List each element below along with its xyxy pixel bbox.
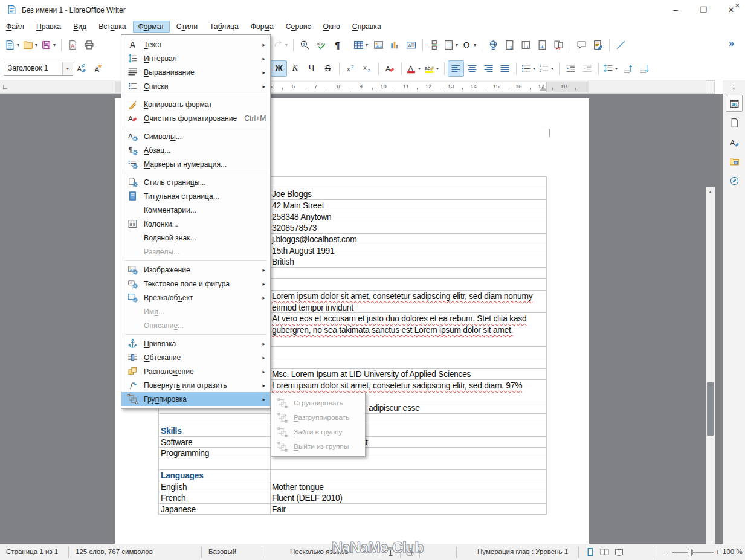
increase-para-spacing-button[interactable] bbox=[620, 60, 636, 77]
underline-button[interactable]: Ч bbox=[303, 60, 320, 77]
subscript-button[interactable]: x2 bbox=[359, 60, 375, 77]
close-button[interactable]: ✕ bbox=[717, 0, 745, 20]
close-document-icon[interactable]: ✕ bbox=[735, 2, 740, 10]
chevron-down-icon[interactable]: ▾ bbox=[33, 42, 39, 48]
menu-item-watermark[interactable]: Водяной знак... bbox=[121, 231, 270, 245]
chevron-down-icon[interactable]: ▾ bbox=[62, 62, 73, 75]
insert-chart-button[interactable] bbox=[387, 37, 403, 53]
menu-item-lists[interactable]: Списки▸ bbox=[121, 79, 270, 93]
highlight-color-button[interactable]: ab▾ bbox=[423, 60, 441, 77]
menu-item-obj-name[interactable]: Имя... bbox=[121, 304, 270, 318]
print-button[interactable] bbox=[81, 37, 97, 53]
spellcheck-button[interactable]: abc bbox=[313, 37, 329, 53]
decrease-indent-button[interactable] bbox=[579, 60, 595, 77]
new-style-button[interactable]: A bbox=[89, 60, 106, 77]
multi-page-view-icon[interactable] bbox=[599, 547, 610, 558]
special-character-button[interactable]: Ω▾ bbox=[460, 37, 479, 53]
align-left-button[interactable] bbox=[448, 60, 464, 77]
paragraph-style-combo[interactable]: Заголовок 1 ▾ bbox=[4, 62, 73, 76]
menu-item-obj-description[interactable]: Описание... bbox=[121, 318, 270, 332]
sidebar-menu-icon[interactable]: ⋮ bbox=[723, 84, 745, 92]
book-view-icon[interactable] bbox=[614, 547, 625, 558]
scrollbar-thumb[interactable] bbox=[707, 382, 714, 436]
sidebar-navigator[interactable] bbox=[726, 172, 743, 189]
submenu-item-exit-group[interactable]: Выйти из группы bbox=[271, 439, 365, 454]
horizontal-ruler[interactable]: ∟ 56789101112131415161718 bbox=[0, 80, 706, 94]
sidebar-gallery[interactable] bbox=[726, 153, 743, 170]
zoom-slider-track[interactable] bbox=[672, 552, 714, 553]
menu-item-clear-direct-formatting[interactable]: AОчистить форматированиеCtrl+M bbox=[121, 111, 270, 125]
chevron-down-icon[interactable]: ▾ bbox=[549, 66, 555, 71]
menu-item-page-style[interactable]: Стиль страницы... bbox=[121, 175, 270, 189]
bold-button[interactable]: Ж bbox=[271, 60, 287, 77]
comment-button[interactable] bbox=[573, 37, 590, 53]
formatting-marks-button[interactable]: ¶ bbox=[329, 37, 346, 53]
track-changes-button[interactable] bbox=[590, 37, 606, 53]
menubar-view[interactable]: Вид bbox=[68, 21, 92, 33]
insert-field-button[interactable]: ▾ bbox=[442, 37, 460, 53]
menu-item-textbox-shape[interactable]: AТекстовое поле и фигура▸ bbox=[121, 277, 270, 291]
menu-item-wrap[interactable]: Обтекание▸ bbox=[121, 350, 270, 364]
superscript-button[interactable]: x2 bbox=[343, 60, 359, 77]
cross-reference-button[interactable] bbox=[550, 37, 567, 53]
decrease-para-spacing-button[interactable] bbox=[636, 60, 653, 77]
chevron-down-icon[interactable]: ▾ bbox=[434, 66, 440, 71]
menu-item-text[interactable]: AТекст▸ bbox=[121, 37, 270, 51]
minimize-button[interactable]: – bbox=[662, 0, 689, 20]
sidebar-properties[interactable] bbox=[726, 95, 743, 112]
menu-item-clone-formatting[interactable]: Копировать формат bbox=[121, 97, 270, 111]
submenu-item-group[interactable]: Сгруппировать bbox=[271, 396, 365, 410]
document-modified-icon[interactable] bbox=[405, 547, 416, 558]
insert-table-button[interactable]: ▾ bbox=[352, 37, 370, 53]
sidebar-page[interactable] bbox=[726, 114, 743, 131]
zoom-in-icon[interactable]: + bbox=[715, 547, 720, 556]
status-word-count[interactable]: 125 слов, 767 символов bbox=[76, 548, 153, 555]
zoom-out-icon[interactable]: − bbox=[663, 547, 668, 556]
insert-textbox-button[interactable]: A bbox=[403, 37, 419, 53]
menubar-tools[interactable]: Сервис bbox=[280, 21, 317, 33]
chevron-down-icon[interactable]: ▾ bbox=[283, 42, 289, 48]
align-right-button[interactable] bbox=[480, 60, 497, 77]
menu-item-anchor[interactable]: Привязка▸ bbox=[121, 336, 270, 350]
open-button[interactable]: ▾ bbox=[22, 37, 40, 53]
single-page-view-icon[interactable] bbox=[585, 547, 596, 558]
sidebar-styles[interactable]: A bbox=[726, 134, 743, 150]
page-break-button[interactable] bbox=[426, 37, 442, 53]
scroll-up-icon[interactable]: ▲ bbox=[706, 187, 715, 196]
zoom-slider-thumb[interactable] bbox=[688, 549, 692, 556]
new-document-button[interactable]: ▾ bbox=[4, 37, 22, 53]
chevron-down-icon[interactable]: ▾ bbox=[454, 42, 460, 48]
maximize-button[interactable]: ❐ bbox=[689, 0, 717, 20]
menu-item-frame-object[interactable]: Врезка/объект▸ bbox=[121, 291, 270, 304]
menu-item-sections[interactable]: Разделы... bbox=[121, 245, 270, 259]
align-center-button[interactable] bbox=[464, 60, 480, 77]
menubar-window[interactable]: Окно bbox=[318, 21, 346, 33]
menu-item-group[interactable]: Группировка▸ bbox=[121, 392, 270, 406]
strikethrough-button[interactable]: S bbox=[320, 60, 336, 77]
save-button[interactable]: ▾ bbox=[40, 37, 58, 53]
zoom-level[interactable]: 100 % bbox=[723, 548, 743, 555]
chevron-down-icon[interactable]: ▾ bbox=[613, 66, 619, 71]
menu-item-columns[interactable]: Колонки... bbox=[121, 217, 270, 231]
menubar-form[interactable]: Форма bbox=[245, 21, 279, 33]
menu-item-rotate-flip[interactable]: Повернуть или отразить▸ bbox=[121, 378, 270, 392]
menubar-styles[interactable]: Стили bbox=[171, 21, 203, 33]
footnote-button[interactable] bbox=[534, 37, 550, 53]
export-pdf-button[interactable]: A bbox=[65, 37, 81, 53]
menubar-file[interactable]: Файл bbox=[1, 21, 30, 33]
menubar-edit[interactable]: Правка bbox=[31, 21, 66, 33]
bullet-list-button[interactable]: ▾ bbox=[520, 60, 538, 77]
menubar-help[interactable]: Справка bbox=[347, 21, 387, 33]
status-language[interactable]: Несколько языков bbox=[290, 548, 349, 555]
selection-mode-icon[interactable] bbox=[385, 547, 396, 558]
status-page[interactable]: Страница 1 из 1 bbox=[6, 548, 58, 555]
redo-button[interactable]: ▾ bbox=[272, 37, 290, 53]
font-color-button[interactable]: A▾ bbox=[405, 60, 423, 77]
menu-item-arrange[interactable]: Расположение▸ bbox=[121, 364, 270, 378]
menubar-insert[interactable]: Вставка bbox=[93, 21, 131, 33]
italic-button[interactable]: К bbox=[287, 60, 303, 77]
chevron-down-icon[interactable]: ▾ bbox=[531, 66, 537, 71]
submenu-item-ungroup[interactable]: Разгруппировать bbox=[271, 410, 365, 425]
chevron-down-icon[interactable]: ▾ bbox=[364, 42, 370, 48]
menu-item-bullets-numbering[interactable]: Маркеры и нумерация... bbox=[121, 157, 270, 171]
